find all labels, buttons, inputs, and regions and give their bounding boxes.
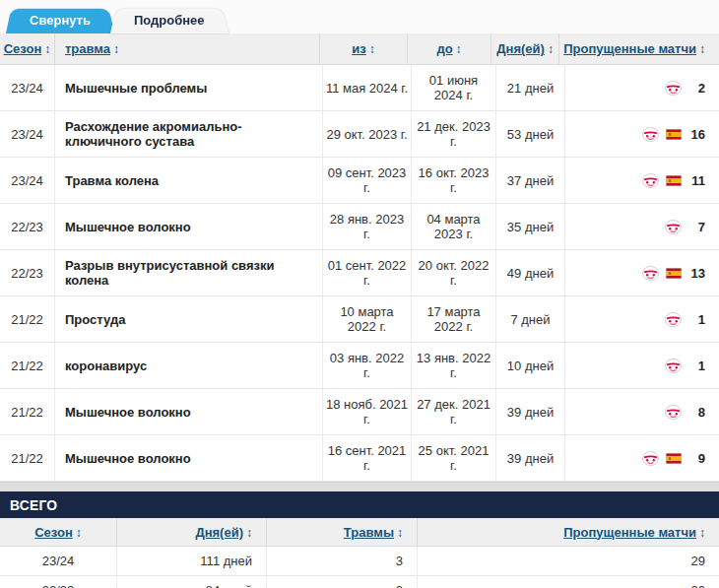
column-header: до↕ (407, 33, 490, 64)
sort-arrows-icon: ↕ (369, 42, 375, 56)
totals-table-header: Сезон↕Дня(ей)↕Травмы↕Пропущенные матчи↕ (0, 518, 719, 547)
column-header-label: Дня(ей) (496, 41, 545, 56)
sort-link[interactable]: Сезон↕ (34, 525, 82, 540)
column-header: Пропущенные матчи↕ (558, 33, 719, 64)
to-date-cell: 13 янв. 2022 г. (411, 343, 495, 388)
sort-link[interactable]: до↕ (436, 41, 461, 56)
column-header-label: до (436, 41, 452, 56)
rb-leipzig-crest-icon[interactable] (665, 405, 682, 420)
to-date-cell: 01 июня 2024 г. (411, 65, 495, 110)
days-cell-text: 53 дней (507, 127, 554, 142)
rb-leipzig-crest-icon[interactable] (665, 81, 682, 96)
to-date-cell: 25 окт. 2021 г. (411, 435, 495, 481)
from-date-cell-text: 09 сент. 2023 г. (325, 165, 409, 195)
injury-row: 23/24Расхождение акромиально-ключичного … (0, 111, 719, 158)
missed-matches-cell: 8 (564, 389, 719, 434)
missed-matches-count: 7 (682, 220, 705, 234)
sort-link[interactable]: Сезон↕ (4, 41, 51, 56)
injury-row: 23/24Травма колена09 сент. 2023 г.16 окт… (0, 158, 719, 204)
days-cell: 7 дней (495, 296, 564, 342)
totals-injuries-cell: 2 (266, 576, 417, 588)
sort-arrows-icon: ↕ (113, 42, 119, 56)
season-cell-text: 21/22 (11, 359, 43, 373)
days-cell-text: 21 дней (507, 81, 554, 96)
rb-leipzig-crest-icon[interactable] (642, 127, 659, 142)
from-date-cell-text: 01 сент. 2022 г. (325, 258, 409, 288)
from-date-cell: 10 марта 2022 г. (322, 296, 411, 342)
sort-arrows-icon: ↕ (397, 526, 403, 540)
column-header-label: Пропущенные матчи (563, 41, 696, 56)
injury-cell: Разрыв внутрисуставной связки колена (54, 250, 322, 295)
spain-flag-icon[interactable] (666, 175, 682, 186)
totals-injuries-cell-text: 3 (396, 554, 403, 568)
rb-leipzig-crest-icon[interactable] (665, 312, 682, 327)
season-cell-text: 21/22 (11, 451, 43, 466)
sort-link[interactable]: травма↕ (65, 41, 119, 56)
sort-link[interactable]: Пропущенные матчи↕ (563, 41, 705, 56)
rb-leipzig-crest-icon[interactable] (665, 220, 682, 234)
spain-flag-icon[interactable] (666, 453, 682, 464)
injury-cell-text: Разрыв внутрисуставной связки колена (65, 258, 312, 288)
missed-matches-cell: 9 (564, 435, 719, 481)
from-date-cell: 11 мая 2024 г. (322, 65, 411, 110)
missed-matches-count: 11 (682, 173, 705, 188)
column-header-label: Дня(ей) (195, 525, 243, 540)
days-cell-text: 39 дней (507, 451, 554, 466)
totals-missed-cell: 20 (417, 576, 719, 588)
tab-collapse[interactable]: Свернуть (6, 6, 114, 33)
spain-flag-icon[interactable] (666, 268, 682, 279)
column-header: Сезон↕ (0, 33, 54, 64)
season-cell-text: 22/23 (11, 266, 43, 281)
totals-table: Сезон↕Дня(ей)↕Травмы↕Пропущенные матчи↕ … (0, 518, 719, 588)
totals-title: ВСЕГО (10, 496, 57, 513)
tab-details[interactable]: Подробнее (110, 6, 229, 33)
from-date-cell-text: 10 марта 2022 г. (325, 304, 409, 334)
injury-cell: Мышечное волокно (54, 204, 322, 249)
sort-arrows-icon: ↕ (44, 42, 50, 56)
to-date-cell: 21 дек. 2023 г. (411, 111, 495, 157)
spain-flag-icon[interactable] (666, 129, 682, 140)
section-divider (0, 483, 719, 491)
season-cell-text: 21/22 (11, 405, 43, 420)
column-header-label: Сезон (4, 41, 42, 56)
injury-row: 22/23Мышечное волокно28 янв. 2023 г.04 м… (0, 204, 719, 250)
sort-link[interactable]: Травмы↕ (344, 525, 403, 540)
from-date-cell: 18 нояб. 2021 г. (322, 389, 411, 434)
rb-leipzig-crest-icon[interactable] (642, 173, 659, 188)
days-cell-text: 49 дней (507, 266, 554, 281)
season-cell: 22/23 (0, 250, 54, 295)
days-cell: 35 дней (495, 204, 564, 249)
sort-link[interactable]: Пропущенные матчи↕ (563, 525, 705, 540)
season-cell: 21/22 (0, 389, 54, 434)
from-date-cell: 09 сент. 2023 г. (322, 158, 411, 203)
missed-matches-cell: 1 (564, 296, 719, 342)
rb-leipzig-crest-icon[interactable] (665, 359, 682, 373)
sort-arrows-icon: ↕ (246, 526, 252, 540)
from-date-cell-text: 29 окт. 2023 г. (326, 127, 407, 142)
sort-link[interactable]: Дня(ей)↕ (496, 41, 554, 56)
missed-matches-cell: 11 (564, 158, 719, 203)
from-date-cell: 29 окт. 2023 г. (322, 111, 411, 157)
days-cell: 10 дней (495, 343, 564, 388)
to-date-cell: 27 дек. 2021 г. (411, 389, 495, 434)
injury-cell-text: Мышечное волокно (65, 405, 191, 420)
sort-link[interactable]: из↕ (352, 41, 374, 56)
column-header-label: Травмы (344, 525, 394, 540)
rb-leipzig-crest-icon[interactable] (642, 451, 659, 466)
column-header-label: Пропущенные матчи (563, 525, 696, 540)
missed-matches-count: 9 (682, 451, 705, 466)
injury-cell: Мышечное волокно (54, 389, 322, 434)
injury-cell-text: Мышечное волокно (65, 220, 191, 234)
sort-link[interactable]: Дня(ей)↕ (195, 525, 252, 540)
injury-cell: Мышечные проблемы (54, 65, 322, 110)
missed-matches-cell: 1 (564, 343, 719, 388)
column-header: Травмы↕ (266, 518, 417, 546)
totals-missed-cell-text: 20 (691, 583, 705, 588)
rb-leipzig-crest-icon[interactable] (642, 266, 659, 281)
season-cell-text: 23/24 (11, 81, 43, 96)
injury-cell-text: Мышечные проблемы (65, 81, 207, 96)
to-date-cell-text: 16 окт. 2023 г. (414, 165, 493, 195)
injury-cell-text: Простуда (65, 312, 125, 327)
from-date-cell-text: 03 янв. 2022 г. (325, 351, 409, 380)
to-date-cell-text: 13 янв. 2022 г. (414, 351, 493, 380)
